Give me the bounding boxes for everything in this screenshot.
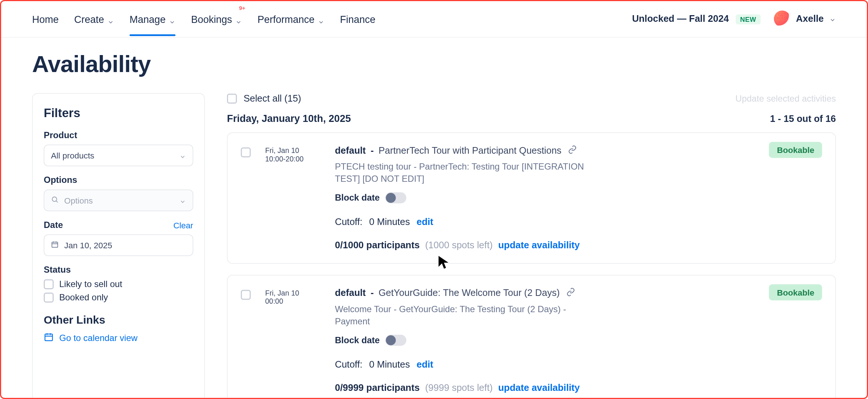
svg-rect-2 [52,242,58,247]
card-title: default - PartnerTech Tour with Particip… [335,145,562,156]
nav-manage-label: Manage [130,14,166,26]
chevron-down-icon [318,16,324,23]
nav-performance-label: Performance [258,14,315,26]
product-label: Product [44,130,193,140]
nav-home-label: Home [32,14,59,26]
result-count: 1 - 15 out of 16 [770,113,836,125]
cutoff-value: 0 Minutes [369,359,410,370]
nav-home[interactable]: Home [32,2,59,36]
other-links-title: Other Links [44,314,193,327]
block-date-toggle[interactable] [385,192,406,203]
cutoff-label: Cutoff: [335,216,363,228]
nav-finance[interactable]: Finance [340,2,375,36]
status-badge: Bookable [769,142,822,158]
block-date-label: Block date [335,335,380,345]
calendar-icon [44,332,54,344]
block-date-label: Block date [335,193,380,203]
svg-rect-6 [45,334,52,341]
checkbox-icon [227,94,237,104]
status-booked-label: Booked only [59,293,108,303]
chevron-down-icon [235,16,242,23]
date-label: Date [44,220,63,230]
nav-manage[interactable]: Manage [130,2,176,36]
date-heading: Friday, January 10th, 2025 [227,113,351,125]
checkbox-icon [44,279,54,289]
nav-create[interactable]: Create [74,2,114,36]
status-booked-checkbox[interactable]: Booked only [44,293,193,303]
status-label: Status [44,265,193,275]
options-placeholder: Options [64,196,93,205]
unlocked-label: Unlocked — Fall 2024 [632,13,729,24]
nav-create-label: Create [74,14,104,26]
select-all-checkbox[interactable]: Select all (15) [227,93,301,104]
options-label: Options [44,175,193,185]
participants-left: (1000 spots left) [425,240,493,251]
chevron-down-icon [169,16,176,23]
page-title: Availability [32,51,836,78]
search-icon [51,196,59,205]
participants-left: (9999 spots left) [425,382,493,393]
calendar-view-label: Go to calendar view [59,333,138,343]
filters-panel: Filters Product All products Options Opt… [32,93,205,399]
card-subtitle: PTECH testing tour - PartnerTech: Testin… [335,161,590,185]
edit-cutoff-link[interactable]: edit [417,216,433,228]
update-selected-button: Update selected activities [736,94,836,104]
top-nav: Home Create Manage Bookings 9+ Performan… [0,0,868,38]
participants-count: 0/1000 participants [335,240,420,251]
status-likely-checkbox[interactable]: Likely to sell out [44,279,193,289]
unlocked-link[interactable]: Unlocked — Fall 2024 NEW [632,13,761,24]
card-checkbox[interactable] [241,147,251,157]
svg-point-0 [52,197,57,201]
card-date: Fri, Jan 10 [265,146,321,155]
card-checkbox[interactable] [241,290,251,300]
update-availability-link[interactable]: update availability [498,240,580,251]
cutoff-value: 0 Minutes [369,216,410,228]
new-badge: NEW [736,14,761,24]
select-all-label: Select all (15) [244,93,301,104]
bookings-badge: 9+ [239,5,245,11]
card-title: default - GetYourGuide: The Welcome Tour… [335,287,560,299]
svg-line-1 [56,201,58,202]
link-icon[interactable] [566,287,575,299]
product-select-value: All products [51,151,94,160]
nav-performance[interactable]: Performance [258,2,325,36]
status-likely-label: Likely to sell out [59,279,123,289]
link-icon[interactable] [568,145,577,156]
product-select[interactable]: All products [44,145,193,167]
chevron-down-icon [179,197,186,204]
participants-count: 0/9999 participants [335,382,420,393]
nav-bookings-label: Bookings [191,14,232,26]
clear-date-link[interactable]: Clear [173,220,193,230]
card-time: 00:00 [265,297,321,306]
cutoff-label: Cutoff: [335,359,363,370]
update-availability-link[interactable]: update availability [498,382,580,393]
filters-title: Filters [44,106,193,120]
chevron-down-icon [107,16,114,23]
username-label: Axelle [796,13,824,24]
block-date-toggle[interactable] [385,334,406,345]
availability-card: Fri, Jan 10 10:00-20:00 default - Partne… [227,133,836,264]
calendar-icon [51,241,59,250]
checkbox-icon [44,293,54,303]
nav-finance-label: Finance [340,14,375,26]
availability-card: Fri, Jan 10 00:00 default - GetYourGuide… [227,275,836,399]
chevron-down-icon [829,15,836,22]
card-subtitle: Welcome Tour - GetYourGuide: The Testing… [335,303,590,328]
card-date: Fri, Jan 10 [265,289,321,297]
date-value: Jan 10, 2025 [64,241,112,250]
status-badge: Bookable [769,284,822,300]
edit-cutoff-link[interactable]: edit [417,359,433,370]
user-menu[interactable]: GET YOUR GUI Axelle [774,10,836,27]
avatar: GET YOUR GUI [774,10,790,27]
calendar-view-link[interactable]: Go to calendar view [44,332,193,344]
nav-bookings[interactable]: Bookings 9+ [191,2,242,36]
options-select[interactable]: Options [44,190,193,211]
chevron-down-icon [179,152,186,159]
date-input[interactable]: Jan 10, 2025 [44,235,193,256]
card-time: 10:00-20:00 [265,155,321,163]
main-content: Select all (15) Update selected activiti… [227,93,836,399]
